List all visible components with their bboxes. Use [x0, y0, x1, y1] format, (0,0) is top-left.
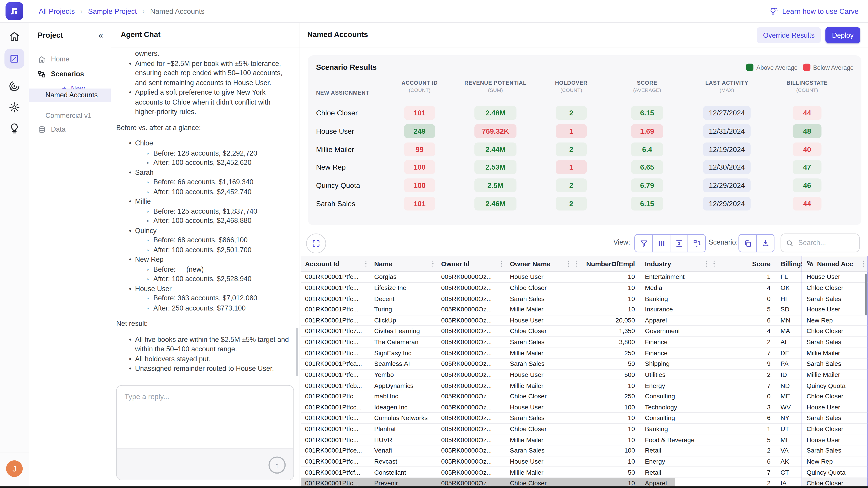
sidebar-item-label: Home: [51, 55, 69, 63]
scenario-label: Scenario:: [709, 238, 738, 246]
table-row[interactable]: 001RK00001Ptfc...HUVR005RK00000Oz...Mill…: [301, 434, 801, 445]
table-cell: AK: [776, 456, 802, 467]
table-row[interactable]: 001RK00001Ptfc...Yembo005RK00000Oz...Hou…: [301, 369, 801, 380]
table-row[interactable]: 001RK00001Ptfc...SignEasy Inc005RK00000O…: [301, 348, 801, 359]
breadcrumb-item[interactable]: All Projects: [39, 7, 75, 15]
carve-logo-icon[interactable]: [6, 2, 23, 20]
named-acc-column-header[interactable]: Named Acc: [802, 256, 867, 272]
expand-table-button[interactable]: [306, 233, 326, 253]
column-menu-icon[interactable]: [710, 260, 718, 267]
table-row[interactable]: 001RK00001Ptfc...ClickUp005RK00000Oz...H…: [301, 315, 801, 326]
table-row[interactable]: 001RK00001Ptfc...Gorgias005RK00000Oz...H…: [301, 272, 801, 283]
pivot-icon[interactable]: [687, 235, 705, 252]
table-cell: 001RK00001Ptfc7...: [301, 326, 370, 336]
deploy-button[interactable]: Deploy: [825, 27, 860, 43]
chat-scrollbar[interactable]: [296, 328, 298, 377]
home-icon[interactable]: [8, 31, 21, 43]
columns-icon[interactable]: [652, 235, 670, 252]
table-row[interactable]: 001RK00001Ptfc...Lifesize Inc005RK00000O…: [301, 283, 801, 293]
column-header-numberofempl[interactable]: NumberOfEmpl: [572, 256, 641, 271]
column-header-industry[interactable]: Industry: [641, 256, 710, 271]
table-cell: 10: [572, 304, 641, 315]
table-cell: HUVR: [370, 434, 437, 445]
table-cell: 001RK00001Ptfc...: [301, 315, 370, 325]
column-header-owner-id[interactable]: Owner Id: [437, 256, 505, 271]
copy-icon[interactable]: [739, 235, 756, 252]
sidebar-item-home[interactable]: Home: [29, 53, 111, 66]
named-acc-cell: Sarah Sales: [802, 293, 867, 304]
learn-link[interactable]: Learn how to use Carve: [769, 0, 859, 22]
legend-label: Below Average: [813, 64, 854, 71]
send-button[interactable]: ↑: [269, 456, 285, 474]
reply-input[interactable]: [117, 386, 293, 449]
table-row[interactable]: 001RK00001Ptfcb...AppDynamics005RK00000O…: [301, 380, 801, 391]
column-header-name[interactable]: Name: [370, 256, 437, 271]
table-cell: 4: [710, 326, 776, 336]
chat-text-block: Net result:: [116, 319, 292, 329]
view-icon-group: [634, 234, 706, 252]
table-cell: 005RK00000Oz...: [437, 359, 505, 369]
table-vertical-scrollbar[interactable]: [865, 274, 867, 316]
column-header-score[interactable]: Score: [710, 256, 776, 271]
override-results-button[interactable]: Override Results: [756, 27, 821, 43]
target-sparkle-icon[interactable]: [8, 80, 21, 92]
chat-text-block: Sarah: [116, 168, 292, 178]
table-row[interactable]: 001RK00001Ptfc...Planhat005RK00000Oz...C…: [301, 424, 801, 434]
table-cell: 001RK00001Ptfc...: [301, 283, 370, 293]
scenarios-rail-icon[interactable]: [4, 49, 24, 69]
column-menu-icon[interactable]: [429, 260, 437, 267]
table-row[interactable]: 001RK00001Ptfc...The Catamaran005RK00000…: [301, 337, 801, 348]
table-cell: Constellant: [370, 467, 437, 478]
column-menu-icon[interactable]: [497, 260, 505, 267]
column-menu-icon[interactable]: [362, 260, 370, 267]
chat-messages[interactable]: owners.Aimed for ~$2.5M per book with ±5…: [111, 48, 300, 385]
table-cell: 10: [572, 424, 641, 434]
table-row[interactable]: 001RK00001Ptfcf...Constellant005RK00000O…: [301, 467, 801, 478]
row-height-icon[interactable]: [670, 235, 687, 252]
scenario-value-chip: 12/27/2024: [703, 106, 751, 120]
gear-icon[interactable]: [8, 101, 21, 113]
column-menu-icon[interactable]: [860, 260, 867, 267]
scenario-value-chip: 12/29/2024: [703, 178, 751, 192]
breadcrumb-item[interactable]: Sample Project: [88, 7, 137, 15]
table-cell: 001RK00001Ptfc...: [301, 304, 370, 315]
search-input[interactable]: [797, 238, 855, 247]
column-header-label: BillingState: [781, 260, 802, 267]
user-avatar[interactable]: J: [6, 460, 23, 477]
column-menu-icon[interactable]: [702, 260, 710, 267]
legend-item: Above Average: [746, 64, 798, 71]
table-row[interactable]: 001RK00001Ptfca...Seamless.AI005RK00000O…: [301, 359, 801, 369]
table-cell: Lifesize Inc: [370, 283, 437, 293]
table-cell: SignEasy Inc: [370, 348, 437, 358]
table-row[interactable]: 001RK00001Ptfcc...Ideagen Inc005RK00000O…: [301, 402, 801, 413]
lightbulb-icon[interactable]: [8, 122, 21, 135]
column-header-billingstate[interactable]: BillingState: [776, 256, 802, 271]
table-cell: Decent: [370, 293, 437, 304]
chat-text-block: Chloe: [116, 139, 292, 149]
column-menu-icon[interactable]: [564, 260, 572, 267]
table-cell: 3: [710, 402, 776, 412]
scenario-column-sub: (COUNT): [401, 87, 438, 93]
table-row[interactable]: 001RK00001Ptfc...Decent005RK00000Oz...Sa…: [301, 293, 801, 304]
sidebar-item-scenarios[interactable]: Scenarios: [29, 67, 111, 81]
column-header-label: NumberOfEmpl: [586, 260, 635, 267]
project-panel-title: Project: [38, 31, 63, 39]
download-icon[interactable]: [756, 235, 774, 252]
table-cell: 10: [572, 380, 641, 391]
table-row[interactable]: 001RK00001Ptfc7...Civitas Learning005RK0…: [301, 326, 801, 337]
filter-icon[interactable]: [635, 235, 652, 252]
bottom-scrollbar[interactable]: [0, 486, 868, 488]
table-row[interactable]: 001RK00001Ptfce...Venafi005RK00000Oz...S…: [301, 445, 801, 456]
table-row[interactable]: 001RK00001Ptfc...Revcast005RK00000Oz...H…: [301, 456, 801, 467]
collapse-sidebar-icon[interactable]: «: [98, 31, 103, 40]
table-row[interactable]: 001RK00001Ptfc...Turing005RK00000Oz...Mi…: [301, 304, 801, 315]
scenario-value-chip: 46: [793, 178, 822, 192]
column-menu-icon[interactable]: [572, 260, 580, 267]
sidebar-item-data[interactable]: Data: [29, 123, 111, 136]
table-cell: Finance: [641, 348, 710, 358]
table-row[interactable]: 001RK00001Ptfc...Cumulus Networks005RK00…: [301, 413, 801, 424]
table-row[interactable]: 001RK00001Ptfc...mabl Inc005RK00000Oz...…: [301, 391, 801, 402]
column-header-account-id[interactable]: Account Id: [301, 256, 370, 271]
column-header-owner-name[interactable]: Owner Name: [505, 256, 572, 271]
table-cell: AppDynamics: [370, 380, 437, 391]
